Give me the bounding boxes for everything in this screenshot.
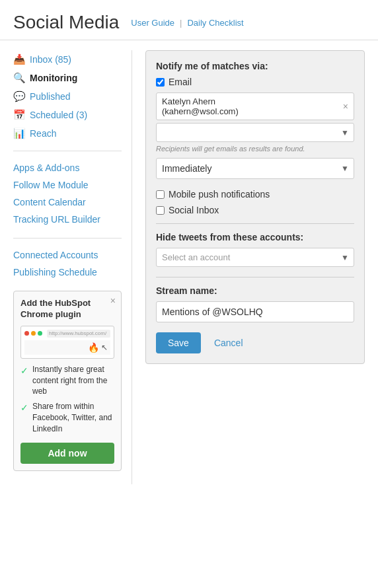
- browser-content: 🔥 ↖: [24, 340, 110, 355]
- sidebar-section-accounts: Connected AccountsPublishing Schedule: [13, 246, 122, 281]
- email-label[interactable]: Email: [169, 77, 192, 87]
- mobile-push-checkbox[interactable]: [156, 190, 165, 199]
- plugin-card: × Add the HubSpot Chrome plugin http://w…: [13, 291, 122, 471]
- settings-panel: Notify me of matches via: Email Katelyn …: [145, 50, 365, 364]
- notify-label: Notify me of matches via:: [156, 61, 354, 71]
- sidebar-link-apps-addons[interactable]: Apps & Add-ons: [13, 159, 122, 176]
- sidebar-item-published[interactable]: 💬Published: [13, 87, 122, 106]
- scheduled-icon: 📅: [13, 109, 25, 121]
- browser-cursor-icon: ↖: [101, 343, 108, 352]
- panel-divider-2: [156, 277, 354, 277]
- sidebar-section-apps: Apps & Add-onsFollow Me ModuleContent Ca…: [13, 159, 122, 228]
- action-buttons: Save Cancel: [156, 332, 354, 353]
- sidebar-link-follow-me-module[interactable]: Follow Me Module: [13, 176, 122, 194]
- main-layout: 📥Inbox (85)🔍Monitoring💬Published📅Schedul…: [0, 40, 378, 484]
- recipient-name: Katelyn Ahern (kahern@wsol.com): [162, 96, 239, 116]
- frequency-dropdown-wrapper: Immediately Daily Digest Weekly Digest ▼: [156, 158, 354, 179]
- sidebar-link-tracking-url-builder[interactable]: Tracking URL Builder: [13, 211, 122, 228]
- page-header: Social Media User Guide | Daily Checklis…: [0, 0, 378, 40]
- email-checkbox-row: Email: [156, 77, 354, 87]
- sidebar-item-label-scheduled: Scheduled (3): [30, 110, 87, 120]
- plugin-card-title: Add the HubSpot Chrome plugin: [20, 298, 114, 320]
- monitoring-icon: 🔍: [13, 72, 25, 84]
- sidebar-item-label-reach: Reach: [30, 128, 56, 139]
- recipient-dropdown[interactable]: [156, 123, 354, 142]
- published-icon: 💬: [13, 91, 25, 102]
- account-dropdown[interactable]: Select an account: [156, 248, 354, 267]
- plugin-feature-text-0: Instantly share great content right from…: [32, 364, 114, 397]
- social-inbox-checkbox[interactable]: [156, 206, 165, 215]
- email-checkbox[interactable]: [156, 78, 165, 87]
- hide-tweets-label: Hide tweets from these accounts:: [156, 232, 354, 242]
- frequency-dropdown[interactable]: Immediately Daily Digest Weekly Digest: [156, 158, 354, 179]
- sidebar-item-label-monitoring: Monitoring: [30, 73, 77, 83]
- sidebar-item-inbox[interactable]: 📥Inbox (85): [13, 50, 122, 69]
- header-divider: |: [180, 18, 182, 28]
- save-button[interactable]: Save: [156, 332, 201, 353]
- mobile-push-label[interactable]: Mobile push notifications: [169, 189, 270, 200]
- account-dropdown-wrapper: Select an account ▼: [156, 248, 354, 267]
- sidebar-item-label-inbox: Inbox (85): [30, 54, 71, 65]
- sidebar-item-monitoring[interactable]: 🔍Monitoring: [13, 69, 122, 87]
- panel-divider: [156, 223, 354, 224]
- sidebar: 📥Inbox (85)🔍Monitoring💬Published📅Schedul…: [0, 50, 132, 484]
- recipient-remove-button[interactable]: ×: [343, 101, 348, 112]
- stream-name-input[interactable]: [156, 301, 354, 322]
- header-links: User Guide | Daily Checklist: [131, 18, 243, 28]
- daily-checklist-link[interactable]: Daily Checklist: [187, 18, 243, 28]
- mobile-push-row: Mobile push notifications: [156, 189, 354, 200]
- reach-icon: 📊: [13, 128, 25, 139]
- sidebar-item-reach[interactable]: 📊Reach: [13, 124, 122, 143]
- inbox-icon: 📥: [13, 54, 25, 65]
- recipients-hint: Recipients will get emails as results ar…: [156, 145, 354, 153]
- stream-name-section: Stream name:: [156, 285, 354, 322]
- stream-name-label: Stream name:: [156, 285, 354, 296]
- sidebar-separator-2: [13, 238, 122, 239]
- notify-section: Notify me of matches via: Email Katelyn …: [156, 61, 354, 179]
- plugin-check-icon-0: ✓: [20, 365, 28, 378]
- page-title: Social Media: [13, 12, 119, 33]
- social-inbox-row: Social Inbox: [156, 205, 354, 215]
- sidebar-separator-1: [13, 151, 122, 151]
- sidebar-nav: 📥Inbox (85)🔍Monitoring💬Published📅Schedul…: [13, 50, 122, 471]
- plugin-add-button[interactable]: Add now: [20, 443, 114, 464]
- browser-extension-icon: 🔥: [88, 342, 99, 353]
- plugin-feature-text-1: Share from within Facebook, Twitter, and…: [32, 401, 114, 434]
- browser-dot-red: [24, 331, 29, 336]
- sidebar-link-content-calendar[interactable]: Content Calendar: [13, 194, 122, 211]
- sidebar-item-label-published: Published: [30, 91, 71, 102]
- recipient-dropdown-wrapper: ▼: [156, 123, 354, 142]
- sidebar-link-publishing-schedule[interactable]: Publishing Schedule: [13, 264, 122, 281]
- plugin-browser-preview: http://www.hubspot.com/ 🔥 ↖: [20, 326, 114, 359]
- sidebar-item-scheduled[interactable]: 📅Scheduled (3): [13, 106, 122, 124]
- social-inbox-label[interactable]: Social Inbox: [169, 205, 219, 215]
- browser-url-bar: http://www.hubspot.com/: [47, 330, 110, 338]
- sidebar-link-connected-accounts[interactable]: Connected Accounts: [13, 246, 122, 264]
- plugin-card-close[interactable]: ×: [110, 295, 116, 306]
- user-guide-link[interactable]: User Guide: [131, 18, 174, 28]
- plugin-check-icon-1: ✓: [20, 402, 28, 415]
- main-content: Notify me of matches via: Email Katelyn …: [132, 50, 378, 484]
- recipient-tag: Katelyn Ahern (kahern@wsol.com) ×: [156, 92, 354, 120]
- browser-dot-yellow: [31, 331, 36, 336]
- plugin-feature-0: ✓Instantly share great content right fro…: [20, 364, 114, 397]
- hide-tweets-section: Hide tweets from these accounts: Select …: [156, 232, 354, 267]
- plugin-feature-1: ✓Share from within Facebook, Twitter, an…: [20, 401, 114, 434]
- browser-dot-green: [38, 331, 42, 336]
- cancel-button[interactable]: Cancel: [208, 332, 250, 353]
